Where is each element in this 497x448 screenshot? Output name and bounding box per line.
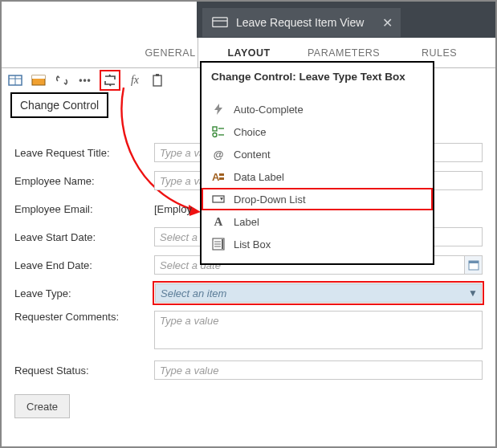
leave-type-highlight: Select an item ▼ [154,283,483,303]
label-a-icon: A [211,214,226,229]
card-icon [212,17,228,28]
option-label-label: Label [234,216,259,228]
label-comments: Requester Comments: [14,311,154,323]
option-content-label: Content [234,149,271,161]
chevron-down-icon: ▼ [465,285,481,301]
svg-rect-11 [469,261,479,263]
row-leave-type: Leave Type: Select an item ▼ [14,283,483,303]
svg-rect-19 [219,177,224,180]
svg-rect-13 [213,127,217,131]
option-content[interactable]: @ Content [202,143,433,165]
tab-general[interactable]: GENERAL [142,38,198,68]
option-auto-complete[interactable]: Auto-Complete [202,98,433,120]
change-control-panel-title: Change Control: Leave Type Text Box [202,63,433,95]
svg-text:A: A [212,171,220,183]
option-drop-down-list[interactable]: Drop-Down List [202,188,433,210]
input-status[interactable]: Type a value [154,360,483,380]
placeholder-leave-type: Select an item [156,287,465,299]
svg-rect-6 [32,75,45,79]
view-tab-title: Leave Request Item View [236,16,364,29]
option-label[interactable]: A Label [202,210,433,233]
row-status: Request Status: Type a value [14,360,483,381]
textarea-comments[interactable]: Type a value [154,311,483,349]
option-auto-complete-label: Auto-Complete [234,104,303,116]
paste-icon[interactable] [149,71,167,89]
label-end-date: Leave End Date: [14,259,154,271]
option-data-label[interactable]: A Data Label [202,165,433,188]
dropdown-icon [211,192,226,206]
svg-rect-7 [153,75,161,86]
svg-rect-0 [213,18,227,27]
change-control-callout: Change Control [10,92,108,118]
option-choice-label: Choice [234,126,266,138]
svg-marker-12 [214,104,222,115]
svg-rect-8 [156,74,159,76]
listbox-icon [211,237,226,251]
svg-rect-18 [219,173,224,176]
change-control-button[interactable] [100,70,120,91]
dropdown-leave-type[interactable]: Select an item ▼ [155,283,482,303]
view-tab[interactable]: Leave Request Item View ✕ [202,8,401,37]
svg-rect-26 [222,239,223,249]
svg-marker-21 [220,198,223,201]
choice-icon [211,124,226,139]
insert-row-icon[interactable] [30,71,47,89]
expression-icon[interactable]: fx [126,71,144,89]
label-start-date: Leave Start Date: [14,231,154,243]
label-emp-email: Employee Email: [14,203,154,215]
data-label-icon: A [211,169,226,184]
app-root: Leave Request Item View ✕ GENERAL LAYOUT… [0,0,497,448]
at-icon: @ [211,147,226,161]
option-list-box[interactable]: List Box [202,233,433,255]
bolt-icon [211,102,226,116]
option-list-box-label: List Box [234,238,271,250]
label-emp-name: Employee Name: [14,175,154,187]
unlink-icon[interactable] [53,71,71,89]
close-icon[interactable]: ✕ [382,15,393,31]
label-leave-type: Leave Type: [14,287,154,299]
option-drop-down-list-label: Drop-Down List [234,193,306,206]
create-button[interactable]: Create [14,394,70,418]
label-status: Request Status: [14,365,154,377]
calendar-icon[interactable] [464,256,482,274]
label-title: Leave Request Title: [14,147,154,159]
row-comments: Requester Comments: Type a value [14,311,483,352]
change-control-panel: Change Control: Leave Type Text Box Auto… [200,61,434,265]
more-icon[interactable]: ••• [76,71,94,89]
insert-table-icon[interactable] [6,71,24,89]
svg-point-14 [213,133,217,137]
option-choice[interactable]: Choice [202,120,433,143]
option-data-label-label: Data Label [234,171,284,183]
